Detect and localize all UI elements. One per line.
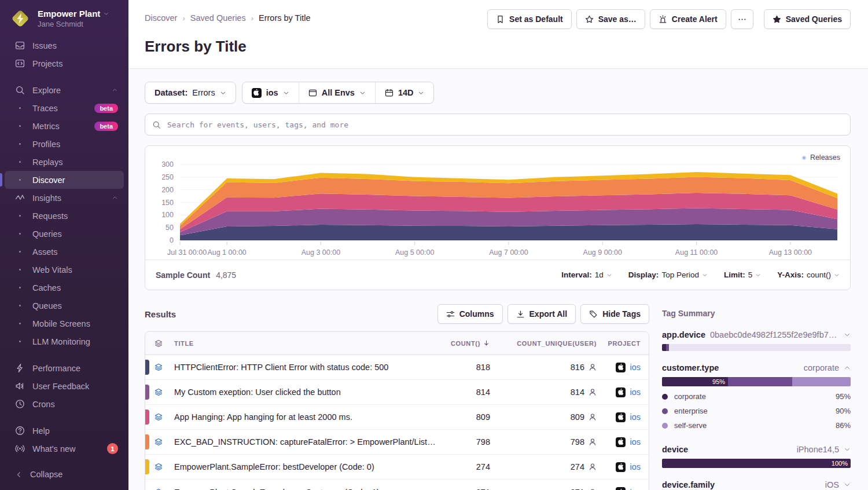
sidebar-item-crons[interactable]: Crons [5, 395, 124, 413]
sidebar-item-profiles[interactable]: Profiles [5, 135, 124, 153]
set-as-default-button[interactable]: Set as Default [487, 9, 572, 29]
stacked-area-chart[interactable]: Jul 31 00:00Aug 1 00:00Aug 3 00:00Aug 5 … [145, 146, 850, 259]
table-row: HTTPClientError: HTTP Client Error with … [145, 355, 649, 380]
breadcrumb-discover[interactable]: Discover [145, 13, 177, 23]
row-title[interactable]: App Hanging: App hanging for at least 20… [174, 412, 438, 422]
tag-distribution-bar[interactable]: 100% [662, 459, 851, 468]
tag-top-value: 0baebc0de4982f1255f2e9e9fb7… [710, 330, 839, 339]
breadcrumb-separator: › [182, 14, 185, 23]
sidebar-item-caches[interactable]: Caches [5, 279, 124, 297]
org-switcher[interactable]: Empower Plant Jane Schmidt [0, 0, 128, 36]
column-project[interactable]: PROJECT [608, 340, 641, 347]
limit-label: Limit: [724, 270, 745, 279]
yaxis-label: Y-Axis: [777, 270, 804, 279]
bullet-dot-icon [19, 233, 21, 235]
column-title[interactable]: TITLE [174, 340, 438, 347]
dataset-label: Dataset: [155, 88, 187, 97]
sidebar-item-help[interactable]: Help [5, 422, 124, 440]
create-alert-button[interactable]: Create Alert [650, 9, 726, 29]
row-title[interactable]: EmpowerPlant.SampleError: happyCustomer … [174, 488, 438, 490]
sidebar-item-mobile-screens[interactable]: Mobile Screens [5, 315, 124, 332]
header-actions: Set as Default Save as… Create Alert Sav… [487, 9, 851, 29]
sample-count-label: Sample Count [156, 270, 210, 280]
create-alert-label: Create Alert [672, 14, 718, 24]
crons-icon [15, 399, 25, 409]
row-project-link[interactable]: ios [616, 363, 641, 372]
search-input[interactable] [166, 120, 843, 130]
hide-tags-button[interactable]: Hide Tags [580, 304, 649, 324]
row-title[interactable]: EmpowerPlant.SampleError: bestDeveloper … [174, 462, 438, 471]
more-options-button[interactable] [731, 9, 753, 29]
collapse-button[interactable]: Collapse [5, 465, 124, 484]
row-project-link[interactable]: ios [616, 437, 641, 447]
tag-header-device-family[interactable]: device.familyiOS [662, 480, 851, 489]
tag-distribution-bar[interactable]: 95% [662, 377, 851, 386]
sidebar-item-llm-monitoring[interactable]: LLM Monitoring [5, 332, 124, 350]
export-all-button[interactable]: Export All [507, 304, 576, 324]
stack-icon[interactable] [155, 388, 174, 396]
column-count-unique[interactable]: COUNT_UNIQUE(USER) [517, 340, 597, 347]
breadcrumb: Discover › Saved Queries › Errors by Tit… [145, 9, 310, 23]
releases-legend-dot-icon [802, 156, 806, 160]
saved-queries-button[interactable]: Saved Queries [764, 9, 851, 29]
tag-legend-row[interactable]: corporate95% [662, 389, 851, 404]
sidebar-item-assets[interactable]: Assets [5, 243, 124, 261]
save-as-button[interactable]: Save as… [576, 9, 645, 29]
date-range-selector[interactable]: 14D [375, 82, 434, 103]
sidebar-item-discover[interactable]: Discover [5, 171, 124, 189]
sidebar-item-insights[interactable]: Insights [5, 189, 124, 207]
sidebar-item-performance[interactable]: Performance [5, 359, 124, 377]
row-project-link[interactable]: ios [616, 412, 641, 422]
row-count: 274 [476, 462, 490, 471]
dataset-selector[interactable]: Dataset: Errors [145, 82, 236, 104]
row-title[interactable]: My Custom exeption: User clicked the but… [174, 387, 438, 397]
sidebar-item-projects[interactable]: Projects [5, 54, 124, 72]
tag-legend-row[interactable]: self-serve86% [662, 418, 851, 433]
breadcrumb-saved-queries[interactable]: Saved Queries [190, 13, 246, 23]
tag-header-app-device[interactable]: app.device0baebc0de4982f1255f2e9e9fb7… [662, 330, 851, 339]
sidebar-item-user-feedback[interactable]: User Feedback [5, 377, 124, 395]
sidebar-item-replays[interactable]: Replays [5, 153, 124, 171]
sidebar-item-queues[interactable]: Queues [5, 297, 124, 315]
sidebar-item-metrics[interactable]: Metricsbeta [5, 117, 124, 135]
sidebar-item-requests[interactable]: Requests [5, 207, 124, 225]
chevron-down-icon [844, 446, 851, 453]
series-color-chip [145, 409, 149, 425]
row-project-link[interactable]: ios [616, 387, 641, 397]
sidebar-item-issues[interactable]: Issues [5, 36, 124, 54]
row-project-link[interactable]: ios [616, 487, 641, 490]
bullet-dot-icon [19, 305, 21, 306]
row-title[interactable]: EXC_BAD_INSTRUCTION: captureFatalError: … [174, 437, 438, 447]
tag-header-customer-type[interactable]: customer.typecorporate [662, 363, 851, 372]
row-title[interactable]: HTTPClientError: HTTP Client Error with … [174, 363, 438, 372]
project-selector[interactable]: ios [242, 82, 299, 103]
chart-legend[interactable]: Releases [802, 153, 840, 162]
stack-icon[interactable] [155, 363, 174, 371]
tag-distribution-bar[interactable] [662, 344, 851, 351]
columns-button[interactable]: Columns [437, 304, 503, 324]
sidebar-item-what-s-new[interactable]: What's new1 [5, 440, 124, 458]
stack-icon[interactable] [155, 488, 174, 490]
display-selector[interactable]: Display: Top Period [628, 270, 708, 279]
stack-icon[interactable] [155, 413, 174, 421]
bullet-dot-icon [19, 215, 21, 217]
chevron-down-icon [844, 481, 851, 488]
tag-header-device[interactable]: deviceiPhone14,5 [662, 445, 851, 454]
tag-legend-row[interactable]: enterprise90% [662, 404, 851, 418]
svg-text:100: 100 [161, 211, 174, 219]
limit-selector[interactable]: Limit: 5 [724, 270, 761, 279]
yaxis-selector[interactable]: Y-Axis: count() [777, 270, 840, 279]
row-count-unique: 798 [571, 437, 597, 447]
row-project-link[interactable]: ios [616, 462, 641, 472]
sidebar-item-queries[interactable]: Queries [5, 225, 124, 243]
sidebar-item-web-vitals[interactable]: Web Vitals [5, 261, 124, 279]
sidebar-item-explore[interactable]: Explore [5, 81, 124, 99]
stack-icon[interactable] [155, 438, 174, 446]
bullet-dot-icon [19, 161, 21, 163]
environment-selector[interactable]: All Envs [299, 82, 375, 103]
stack-icon[interactable] [155, 463, 174, 471]
column-count[interactable]: COUNT() [451, 339, 490, 347]
interval-value: 1d [595, 270, 604, 279]
interval-selector[interactable]: Interval: 1d [561, 270, 612, 279]
sidebar-item-traces[interactable]: Tracesbeta [5, 99, 124, 117]
